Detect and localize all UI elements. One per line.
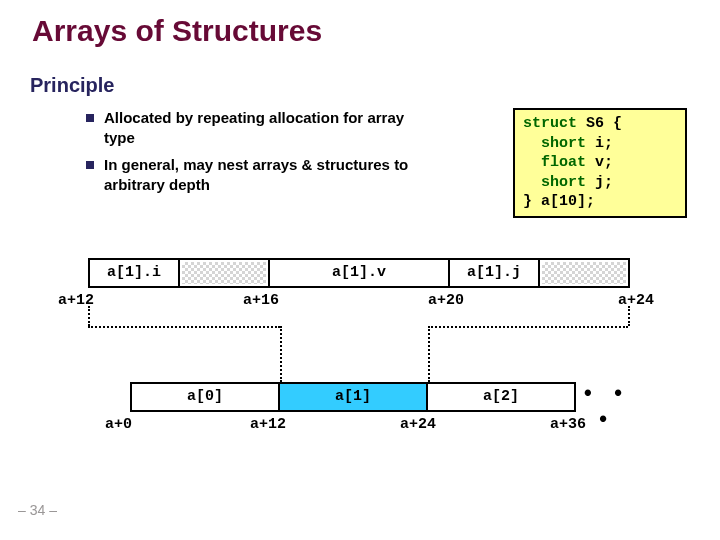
leader-line xyxy=(88,326,280,328)
bullet-list: Allocated by repeating allocation for ar… xyxy=(86,108,416,201)
leader-line xyxy=(428,326,430,382)
leader-line xyxy=(88,306,90,326)
array-cell: a[2] xyxy=(426,382,576,412)
offset-label: a+16 xyxy=(243,292,279,309)
bullet-text: Allocated by repeating allocation for ar… xyxy=(104,108,416,149)
keyword: struct xyxy=(523,115,577,132)
leader-line xyxy=(628,306,630,326)
code-text: j; xyxy=(586,174,613,191)
leader-line xyxy=(428,326,628,328)
offset-label: a+36 xyxy=(550,416,586,433)
padding-cell xyxy=(538,258,630,288)
field-cell: a[1].v xyxy=(268,258,450,288)
offset-label: a+24 xyxy=(400,416,436,433)
field-cell: a[1].j xyxy=(448,258,540,288)
struct-layout-diagram: a[1].i a[1].v a[1].j xyxy=(88,258,630,288)
code-text: i; xyxy=(586,135,613,152)
ellipsis: • • • xyxy=(574,382,634,412)
offset-label: a+24 xyxy=(618,292,654,309)
field-cell: a[1].i xyxy=(88,258,180,288)
section-heading: Principle xyxy=(30,74,114,97)
keyword: float xyxy=(523,154,586,171)
code-text: S6 { xyxy=(577,115,622,132)
keyword: short xyxy=(523,135,586,152)
array-cell: a[0] xyxy=(130,382,280,412)
bullet-icon xyxy=(86,161,94,169)
bullet-item: Allocated by repeating allocation for ar… xyxy=(86,108,416,149)
leader-line xyxy=(280,326,282,382)
page-number: – 34 – xyxy=(18,502,57,518)
padding-cell xyxy=(178,258,270,288)
offset-label: a+0 xyxy=(105,416,132,433)
code-text: } a[10]; xyxy=(523,193,595,210)
code-snippet: struct S6 { short i; float v; short j; }… xyxy=(513,108,687,218)
code-text: v; xyxy=(586,154,613,171)
offset-label: a+12 xyxy=(250,416,286,433)
bullet-item: In general, may nest arrays & structures… xyxy=(86,155,416,196)
bullet-text: In general, may nest arrays & structures… xyxy=(104,155,416,196)
keyword: short xyxy=(523,174,586,191)
bullet-icon xyxy=(86,114,94,122)
slide-title: Arrays of Structures xyxy=(32,14,322,48)
array-layout-diagram: a[0] a[1] a[2] • • • xyxy=(130,382,634,412)
array-cell-highlight: a[1] xyxy=(278,382,428,412)
offset-label: a+20 xyxy=(428,292,464,309)
